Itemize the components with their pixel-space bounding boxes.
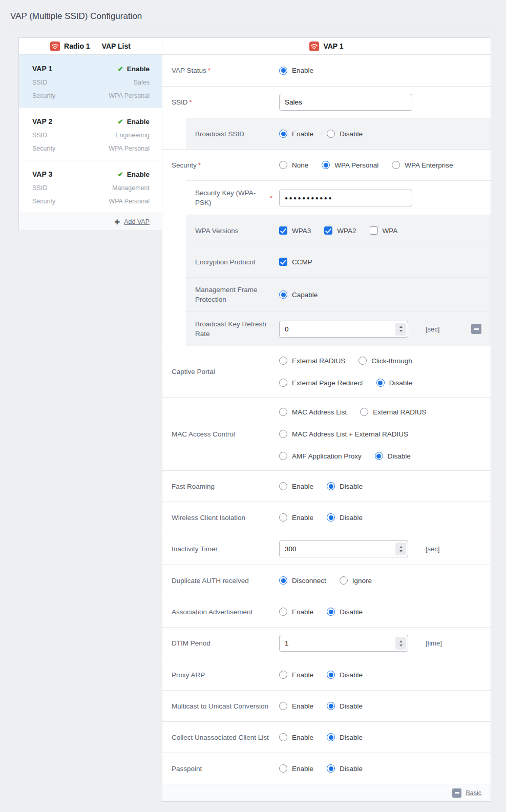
radio-external-page-redirect[interactable] xyxy=(279,379,287,387)
spinner-buttons[interactable] xyxy=(395,323,406,336)
radio-wpa-enterprise[interactable] xyxy=(392,161,400,169)
radio-enable[interactable] xyxy=(279,482,287,490)
radio-ignore[interactable] xyxy=(340,576,348,585)
row-label: Fast Roaming xyxy=(172,482,279,491)
radio-external-radius[interactable] xyxy=(360,408,368,416)
radio-disable[interactable] xyxy=(327,671,335,679)
checkbox-wpa2[interactable] xyxy=(324,226,332,235)
radio-disable[interactable] xyxy=(327,608,335,616)
option-enable[interactable]: Enable xyxy=(279,130,313,138)
radio-mac-address-list[interactable] xyxy=(279,408,287,416)
radio-enable[interactable] xyxy=(279,764,287,773)
required-asterisk: * xyxy=(270,194,279,202)
radio-enable[interactable] xyxy=(279,130,287,138)
ssid-input[interactable] xyxy=(279,94,412,111)
option-capable[interactable]: Capable xyxy=(279,290,318,299)
radio-enable[interactable] xyxy=(279,702,287,710)
option-disable[interactable]: Disable xyxy=(375,452,411,460)
option-disable[interactable]: Disable xyxy=(327,671,363,679)
option-enable[interactable]: Enable xyxy=(279,671,313,679)
option-none[interactable]: None xyxy=(279,161,308,169)
option-ccmp[interactable]: CCMP xyxy=(279,258,312,266)
row-label: Multicast to Unicast Conversion xyxy=(172,701,279,711)
option-wpa2[interactable]: WPA2 xyxy=(324,226,356,235)
option-disconnect[interactable]: Disconnect xyxy=(279,576,326,585)
option-enable[interactable]: Enable xyxy=(279,733,313,741)
radio-disable[interactable] xyxy=(327,482,335,490)
option-enable[interactable]: Enable xyxy=(279,513,313,522)
radio-disable[interactable] xyxy=(327,513,335,522)
security-key-wpa-psk-input[interactable] xyxy=(279,190,412,206)
option-enable[interactable]: Enable xyxy=(279,702,313,710)
radio-disable[interactable] xyxy=(327,130,335,138)
row-association-advertisement: Association AdvertisementEnableDisable xyxy=(162,596,491,627)
radio-disable[interactable] xyxy=(327,702,335,710)
option-ignore[interactable]: Ignore xyxy=(340,576,372,585)
spinner-buttons[interactable] xyxy=(395,637,406,650)
radio-mac-address-list-external-radius[interactable] xyxy=(279,430,287,438)
option-enable[interactable]: Enable xyxy=(279,764,313,773)
checkbox-wpa3[interactable] xyxy=(279,226,287,235)
radio-disable[interactable] xyxy=(376,379,385,387)
option-external-radius[interactable]: External RADIUS xyxy=(279,357,345,365)
spinner-up-button[interactable] xyxy=(399,640,403,642)
option-wpa-enterprise[interactable]: WPA Enterprise xyxy=(392,161,453,169)
radio-disable[interactable] xyxy=(327,733,335,741)
option-disable[interactable]: Disable xyxy=(327,513,363,522)
add-vap-button[interactable]: Add VAP xyxy=(124,218,150,225)
radio-disable[interactable] xyxy=(375,452,383,460)
basic-toggle-link[interactable]: Basic xyxy=(466,789,481,797)
option-external-page-redirect[interactable]: External Page Redirect xyxy=(279,379,363,387)
radio-enable[interactable] xyxy=(279,513,287,522)
option-disable[interactable]: Disable xyxy=(327,608,363,616)
option-disable[interactable]: Disable xyxy=(327,482,363,490)
option-mac-address-list[interactable]: MAC Address List xyxy=(279,408,347,416)
dtim-period-input[interactable] xyxy=(280,635,391,651)
row-controls: Enable xyxy=(279,67,481,75)
radio-external-radius[interactable] xyxy=(279,357,287,365)
radio-enable[interactable] xyxy=(279,67,287,75)
option-amf-application-proxy[interactable]: AMF Application Proxy xyxy=(279,452,362,460)
option-wpa-personal[interactable]: WPA Personal xyxy=(322,161,378,169)
spinner-down-button[interactable] xyxy=(399,330,403,332)
spinner-buttons[interactable] xyxy=(395,543,406,555)
option-click-through[interactable]: Click-through xyxy=(359,357,412,365)
vap-item-status: ✔Enable xyxy=(118,171,150,178)
vap-list-item-vap-1[interactable]: VAP 1✔EnableSSIDSalesSecurityWPA Persona… xyxy=(19,55,162,108)
option-disable[interactable]: Disable xyxy=(327,733,363,741)
option-enable[interactable]: Enable xyxy=(279,608,313,616)
option-wpa[interactable]: WPA xyxy=(370,226,398,235)
option-mac-address-list-external-radius[interactable]: MAC Address List + External RADIUS xyxy=(279,430,408,438)
option-line: EnableDisable xyxy=(279,702,481,710)
option-wpa3[interactable]: WPA3 xyxy=(279,226,311,235)
radio-enable[interactable] xyxy=(279,733,287,741)
option-disable[interactable]: Disable xyxy=(327,702,363,710)
spinner-down-button[interactable] xyxy=(399,644,403,647)
radio-disable[interactable] xyxy=(327,764,335,773)
radio-enable[interactable] xyxy=(279,671,287,679)
option-disable[interactable]: Disable xyxy=(376,379,412,387)
radio-enable[interactable] xyxy=(279,608,287,616)
vap-list-item-vap-2[interactable]: VAP 2✔EnableSSIDEngineeringSecurityWPA P… xyxy=(19,108,162,160)
broadcast-key-refresh-rate-input[interactable] xyxy=(280,321,391,337)
option-disable[interactable]: Disable xyxy=(327,130,363,138)
radio-click-through[interactable] xyxy=(359,357,367,365)
radio-amf-application-proxy[interactable] xyxy=(279,452,287,460)
inactivity-timer-input[interactable] xyxy=(280,541,391,557)
option-enable[interactable]: Enable xyxy=(279,482,313,490)
spinner-down-button[interactable] xyxy=(399,550,403,552)
checkbox-ccmp[interactable] xyxy=(279,258,287,266)
vap-list-item-vap-3[interactable]: VAP 3✔EnableSSIDManagementSecurityWPA Pe… xyxy=(19,160,162,213)
option-disable[interactable]: Disable xyxy=(327,764,363,773)
radio-none[interactable] xyxy=(279,161,287,169)
checkbox-wpa[interactable] xyxy=(370,226,378,235)
option-enable[interactable]: Enable xyxy=(279,67,313,75)
remove-row-button[interactable] xyxy=(471,324,481,334)
spinner-up-button[interactable] xyxy=(399,546,403,548)
radio-capable[interactable] xyxy=(279,290,287,299)
radio-wpa-personal[interactable] xyxy=(322,161,330,169)
option-external-radius[interactable]: External RADIUS xyxy=(360,408,426,416)
spinner-up-button[interactable] xyxy=(399,326,403,328)
radio-disconnect[interactable] xyxy=(279,576,287,585)
collapse-minus-icon[interactable] xyxy=(452,788,461,798)
